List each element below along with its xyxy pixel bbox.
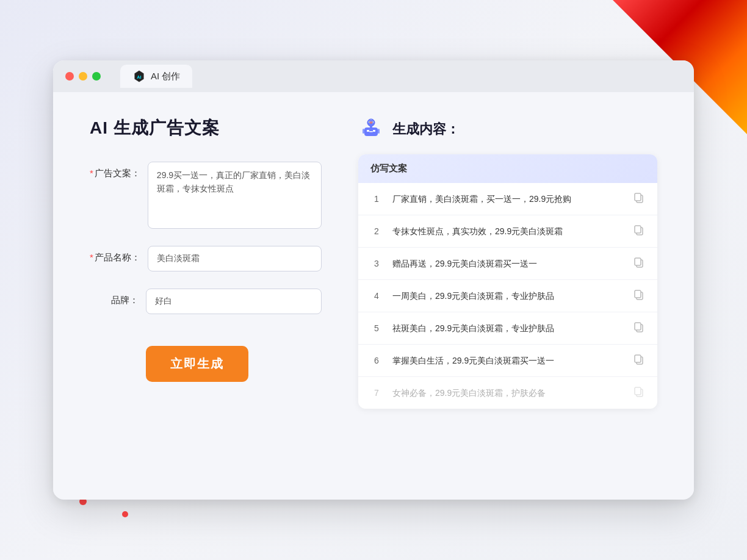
svg-point-6: [372, 121, 373, 122]
svg-rect-12: [363, 129, 364, 134]
generate-button[interactable]: 立即生成: [146, 346, 248, 382]
row-text: 祛斑美白，29.9元美白淡斑霜，专业护肤品: [392, 322, 623, 335]
required-star-2: *: [90, 252, 93, 262]
form-group-product-name: *产品名称：: [90, 246, 322, 271]
ai-tab-icon: AI: [132, 70, 146, 83]
svg-rect-13: [378, 129, 380, 134]
copy-icon[interactable]: [633, 192, 645, 206]
copy-icon[interactable]: [633, 353, 645, 368]
robot-icon: [358, 117, 384, 142]
row-number: 3: [370, 259, 383, 268]
row-text: 赠品再送，29.9元美白淡斑霜买一送一: [392, 257, 623, 270]
product-name-label: *产品名称：: [90, 246, 140, 264]
main-content: AI 生成广告文案 *广告文案： *产品名称： 品牌：: [53, 92, 694, 495]
browser-tab[interactable]: AI AI 创作: [120, 65, 192, 88]
svg-rect-27: [635, 355, 641, 362]
browser-window: AI AI 创作 AI 生成广告文案 *广告文案： *产品名称：: [53, 60, 694, 500]
svg-rect-23: [635, 290, 641, 298]
right-panel: 生成内容： 仿写文案 1厂家直销，美白淡斑霜，买一送一，29.9元抢购 2专抹女…: [358, 117, 657, 470]
form-group-ad-copy: *广告文案：: [90, 162, 322, 229]
required-star-1: *: [90, 168, 93, 178]
ad-copy-label: *广告文案：: [90, 162, 140, 179]
row-number: 1: [370, 194, 383, 204]
svg-rect-9: [367, 130, 369, 132]
traffic-light-red[interactable]: [65, 72, 74, 81]
svg-rect-10: [373, 130, 375, 132]
result-rows-container: 1厂家直销，美白淡斑霜，买一送一，29.9元抢购 2专抹女性斑点，真实功效，29…: [358, 183, 657, 409]
row-text: 专抹女性斑点，真实功效，29.9元美白淡斑霜: [392, 225, 623, 238]
traffic-lights: [65, 72, 101, 81]
left-panel: AI 生成广告文案 *广告文案： *产品名称： 品牌：: [90, 117, 322, 470]
result-row: 1厂家直销，美白淡斑霜，买一送一，29.9元抢购: [358, 183, 657, 215]
copy-icon[interactable]: [633, 256, 645, 271]
result-row: 4一周美白，29.9元美白淡斑霜，专业护肤品: [358, 280, 657, 312]
traffic-light-yellow[interactable]: [79, 72, 87, 81]
copy-icon[interactable]: [633, 289, 645, 303]
result-table-header-text: 仿写文案: [370, 163, 407, 173]
row-number: 6: [370, 356, 383, 365]
title-bar: AI AI 创作: [53, 60, 694, 92]
tab-label: AI 创作: [151, 71, 180, 82]
result-row: 7女神必备，29.9元美白淡斑霜，护肤必备: [358, 377, 657, 409]
copy-icon[interactable]: [633, 321, 645, 336]
result-row: 5祛斑美白，29.9元美白淡斑霜，专业护肤品: [358, 312, 657, 345]
row-number: 4: [370, 291, 383, 301]
brand-label: 品牌：: [90, 289, 139, 306]
result-row: 6掌握美白生活，29.9元美白淡斑霜买一送一: [358, 345, 657, 377]
result-table-header: 仿写文案: [358, 154, 657, 183]
svg-rect-21: [635, 258, 641, 265]
result-row: 3赠品再送，29.9元美白淡斑霜买一送一: [358, 248, 657, 280]
brand-input[interactable]: [146, 289, 322, 314]
copy-icon[interactable]: [633, 386, 645, 400]
product-name-input[interactable]: [148, 246, 322, 271]
svg-rect-19: [635, 226, 641, 233]
svg-rect-25: [635, 323, 641, 330]
svg-point-14: [370, 121, 372, 124]
traffic-light-green[interactable]: [92, 72, 101, 81]
row-number: 7: [370, 388, 383, 398]
result-row: 2专抹女性斑点，真实功效，29.9元美白淡斑霜: [358, 215, 657, 248]
svg-point-5: [369, 121, 370, 122]
row-text: 一周美白，29.9元美白淡斑霜，专业护肤品: [392, 290, 623, 303]
page-title: AI 生成广告文案: [90, 117, 322, 140]
row-text: 厂家直销，美白淡斑霜，买一送一，29.9元抢购: [392, 193, 623, 206]
row-number: 2: [370, 226, 383, 236]
result-table: 仿写文案 1厂家直销，美白淡斑霜，买一送一，29.9元抢购 2专抹女性斑点，真实…: [358, 154, 657, 409]
bg-dot-2: [122, 511, 128, 517]
copy-icon[interactable]: [633, 224, 645, 239]
row-text: 女神必备，29.9元美白淡斑霜，护肤必备: [392, 387, 623, 400]
svg-text:AI: AI: [137, 74, 141, 80]
svg-rect-29: [635, 387, 641, 395]
svg-point-15: [370, 119, 372, 121]
result-title: 生成内容：: [392, 120, 460, 138]
ad-copy-input[interactable]: [148, 162, 322, 229]
row-number: 5: [370, 323, 383, 333]
svg-rect-17: [635, 193, 641, 201]
result-header: 生成内容：: [358, 117, 657, 142]
form-group-brand: 品牌：: [90, 289, 322, 314]
svg-rect-11: [369, 131, 373, 132]
row-text: 掌握美白生活，29.9元美白淡斑霜买一送一: [392, 354, 623, 367]
